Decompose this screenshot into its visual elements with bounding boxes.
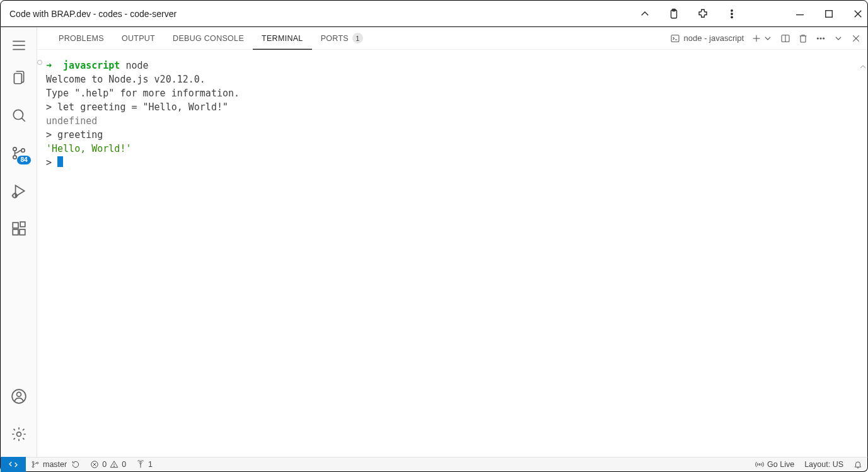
- window-title: Code with BRAP.dev - codes - code-server: [9, 9, 639, 19]
- svg-point-15: [13, 147, 16, 151]
- git-branch-label: master: [43, 460, 67, 469]
- run-debug-icon[interactable]: [1, 172, 37, 210]
- svg-point-4: [731, 16, 732, 18]
- chevron-up-icon[interactable]: [639, 8, 651, 20]
- ports-count: 1: [148, 460, 153, 469]
- tab-ports[interactable]: PORTS 1: [312, 27, 372, 50]
- svg-point-49: [140, 463, 141, 464]
- keyboard-layout-button[interactable]: Layout: US: [799, 457, 848, 472]
- svg-rect-26: [20, 222, 25, 227]
- svg-point-3: [731, 13, 732, 14]
- terminal-name-label: node - javascript: [684, 33, 744, 43]
- terminal-header-actions: node - javascript: [670, 33, 861, 43]
- keyboard-layout-label: Layout: US: [804, 460, 843, 469]
- notifications-bell-icon[interactable]: [848, 457, 867, 472]
- terminal-line: > greeting: [46, 128, 861, 142]
- close-icon[interactable]: [852, 8, 864, 20]
- svg-point-29: [16, 432, 21, 437]
- tab-debug-console[interactable]: DEBUG CONSOLE: [164, 27, 253, 50]
- tab-terminal[interactable]: TERMINAL: [253, 27, 312, 50]
- search-icon[interactable]: [1, 96, 37, 134]
- panel: PROBLEMS OUTPUT DEBUG CONSOLE TERMINAL P…: [37, 27, 867, 457]
- svg-line-14: [21, 118, 25, 121]
- maximize-icon[interactable]: [823, 8, 835, 20]
- extension-puzzle-icon[interactable]: [697, 8, 709, 20]
- terminal-line: ➜ javascript node: [46, 59, 861, 72]
- chevron-down-icon[interactable]: [833, 33, 843, 43]
- tab-problems[interactable]: PROBLEMS: [50, 27, 113, 50]
- activitybar: 84: [1, 27, 37, 457]
- main-area: 84 PROBLEMS OUTPUT DEBUG CONSOLE TERMINA…: [0, 27, 868, 457]
- close-panel-icon[interactable]: [851, 33, 861, 43]
- explorer-icon[interactable]: [1, 59, 37, 96]
- terminal-line: >: [46, 156, 861, 170]
- svg-rect-6: [826, 10, 833, 17]
- terminal-cursor: [57, 156, 63, 167]
- scm-badge: 84: [17, 156, 30, 164]
- go-live-button[interactable]: Go Live: [750, 457, 799, 472]
- svg-point-41: [32, 461, 34, 463]
- ports-button[interactable]: 1: [131, 457, 158, 472]
- minimize-icon[interactable]: [794, 8, 806, 20]
- remote-indicator[interactable]: [1, 457, 26, 472]
- titlebar-controls: [639, 8, 864, 20]
- settings-gear-icon[interactable]: [1, 415, 37, 453]
- svg-point-37: [820, 37, 821, 38]
- svg-point-13: [13, 110, 23, 119]
- account-icon[interactable]: [1, 377, 37, 415]
- statusbar: master 0 0 1 Go Live Layout: US: [0, 457, 868, 472]
- terminal-shell-icon: [670, 33, 680, 43]
- terminal-name[interactable]: node - javascript: [670, 33, 744, 43]
- svg-point-16: [13, 156, 16, 159]
- titlebar: Code with BRAP.dev - codes - code-server: [0, 0, 868, 27]
- split-terminal-icon[interactable]: [780, 33, 790, 43]
- svg-point-51: [759, 464, 761, 466]
- terminal-body[interactable]: ➜ javascript node Welcome to Node.js v20…: [37, 50, 867, 457]
- svg-rect-23: [13, 222, 18, 228]
- overview-ruler-icon: [860, 59, 866, 64]
- svg-point-42: [32, 466, 34, 468]
- svg-point-38: [823, 37, 825, 38]
- tab-output[interactable]: OUTPUT: [113, 27, 164, 50]
- svg-point-43: [37, 462, 38, 464]
- svg-rect-12: [14, 74, 21, 84]
- ports-badge: 1: [352, 33, 363, 43]
- hamburger-menu-icon[interactable]: [1, 32, 37, 59]
- git-branch-button[interactable]: master: [26, 457, 85, 472]
- terminal-line: 'Hello, World!': [46, 142, 861, 156]
- new-terminal-icon[interactable]: [751, 33, 761, 43]
- go-live-label: Go Live: [767, 460, 794, 469]
- terminal-line: Type ".help" for more information.: [46, 86, 861, 100]
- svg-point-17: [21, 149, 24, 152]
- tab-ports-label: PORTS: [321, 34, 349, 43]
- terminal-dropdown-icon[interactable]: [763, 33, 773, 43]
- svg-point-2: [731, 9, 732, 11]
- trash-icon[interactable]: [798, 33, 808, 43]
- ellipsis-icon[interactable]: [816, 33, 826, 43]
- extensions-icon[interactable]: [1, 210, 37, 248]
- errors-count: 0: [102, 460, 107, 469]
- terminal-line: > let greeting = "Hello, World!": [46, 100, 861, 114]
- gutter-dot-icon: [37, 60, 42, 65]
- source-control-icon[interactable]: 84: [1, 134, 37, 172]
- svg-rect-25: [20, 229, 25, 235]
- terminal-line: undefined: [46, 114, 861, 128]
- clipboard-icon[interactable]: [668, 8, 680, 20]
- svg-point-36: [817, 37, 818, 38]
- kebab-menu-icon[interactable]: [726, 8, 738, 20]
- terminal-line: Welcome to Node.js v20.12.0.: [46, 72, 861, 86]
- warnings-count: 0: [122, 460, 126, 469]
- problems-button[interactable]: 0 0: [85, 457, 131, 472]
- svg-rect-30: [671, 35, 679, 42]
- svg-point-48: [114, 466, 115, 466]
- panel-tab-bar: PROBLEMS OUTPUT DEBUG CONSOLE TERMINAL P…: [37, 27, 867, 50]
- svg-point-28: [16, 392, 21, 396]
- svg-rect-24: [13, 229, 18, 235]
